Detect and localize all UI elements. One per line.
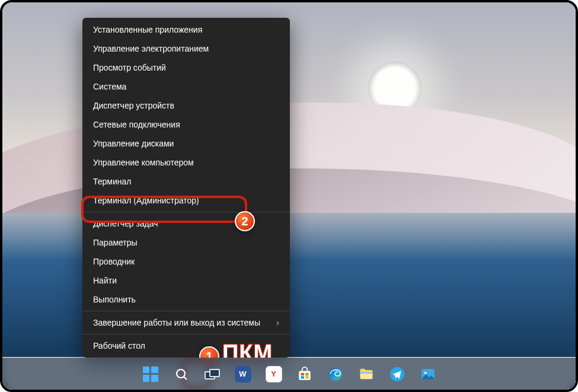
ctx-item-terminal-admin[interactable]: Терминал (Администратор) (82, 191, 290, 210)
ctx-item-network-connections[interactable]: Сетевые подключения (82, 115, 290, 134)
taskview-icon (205, 369, 220, 380)
ctx-separator (82, 212, 290, 212)
screenshot-frame: Установленные приложения Управление элек… (0, 0, 578, 392)
ctx-item-disk-management[interactable]: Управление дисками (82, 134, 290, 153)
search-icon (174, 367, 189, 381)
ctx-separator (82, 334, 290, 334)
ctx-item-settings[interactable]: Параметры (82, 233, 290, 252)
ctx-item-shutdown-signout[interactable]: Завершение работы или выход из системы › (82, 313, 290, 332)
telegram-icon (389, 366, 405, 382)
telegram-app[interactable] (384, 361, 410, 387)
taskview-button[interactable] (199, 361, 225, 387)
windows-logo-icon (143, 366, 158, 382)
ctx-item-explorer[interactable]: Проводник (82, 252, 290, 271)
ctx-item-system[interactable]: Система (82, 77, 290, 96)
svg-rect-2 (299, 371, 311, 380)
folder-icon (358, 366, 375, 383)
ctx-item-terminal[interactable]: Терминал (82, 172, 290, 191)
word-app[interactable]: W (230, 361, 256, 387)
yandex-icon: Y (266, 366, 282, 383)
svg-rect-9 (360, 372, 372, 373)
svg-line-1 (184, 377, 187, 380)
svg-point-0 (177, 369, 185, 378)
taskbar: W Y (2, 358, 576, 390)
explorer-app[interactable] (353, 361, 379, 387)
svg-point-12 (424, 371, 426, 374)
edge-app[interactable] (322, 361, 349, 387)
ctx-separator (82, 311, 290, 311)
photos-app[interactable] (415, 361, 441, 387)
ctx-item-computer-management[interactable]: Управление компьютером (82, 153, 290, 172)
ctx-item-power-options[interactable]: Управление электропитанием (82, 39, 290, 58)
annotation-badge-2: 2 (235, 211, 255, 231)
word-icon: W (235, 366, 251, 383)
ctx-item-run[interactable]: Выполнить (82, 290, 290, 309)
svg-rect-3 (301, 372, 304, 375)
chevron-right-icon: › (276, 318, 279, 327)
photos-icon (420, 366, 436, 382)
svg-rect-4 (305, 372, 308, 375)
store-app[interactable] (292, 361, 318, 387)
yandex-app[interactable]: Y (261, 361, 287, 387)
svg-rect-5 (301, 376, 304, 378)
edge-icon (328, 366, 343, 382)
ctx-item-search[interactable]: Найти (82, 271, 290, 290)
winx-context-menu: Установленные приложения Управление элек… (82, 18, 290, 358)
ctx-item-task-manager[interactable]: Диспетчер задач (82, 214, 290, 233)
ctx-item-installed-apps[interactable]: Установленные приложения (82, 20, 290, 39)
svg-rect-6 (305, 376, 308, 378)
ctx-item-event-viewer[interactable]: Просмотр событий (82, 58, 290, 77)
store-icon (297, 366, 312, 382)
ctx-item-device-manager[interactable]: Диспетчер устройств (82, 96, 290, 115)
search-button[interactable] (168, 361, 194, 387)
start-button[interactable] (138, 361, 164, 387)
